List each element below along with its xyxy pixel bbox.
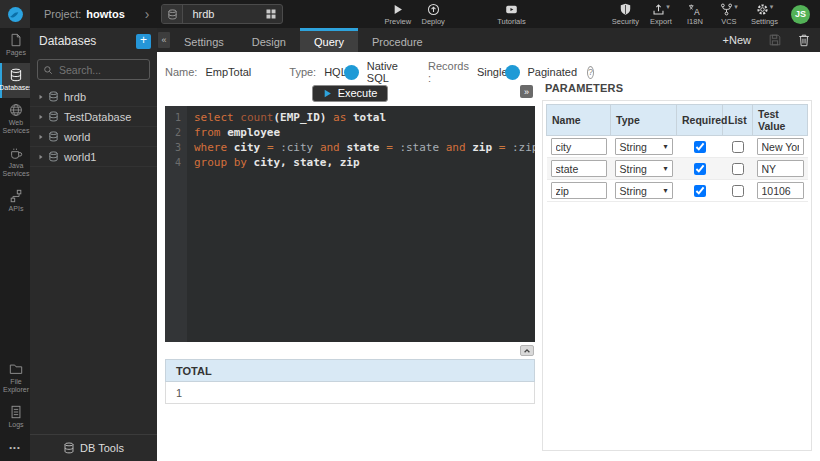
- param-row: String▾: [547, 136, 808, 158]
- params-tbody: String▾ String▾ String▾: [547, 136, 808, 202]
- param-row: String▾: [547, 158, 808, 180]
- export-button[interactable]: ▾ Export: [644, 0, 678, 28]
- code-line: 1select count(EMP_ID) as total: [165, 110, 535, 125]
- sidebar-item-databases[interactable]: Databases: [0, 63, 30, 98]
- database-icon: [48, 151, 59, 162]
- type-label: Type:: [289, 66, 316, 78]
- parameters-title: PARAMETERS: [545, 82, 812, 94]
- param-required-checkbox[interactable]: [694, 185, 706, 197]
- topbar-right-actions: Security ▾ Export A I18N ▾ VCS ▾ Setting…: [607, 0, 783, 28]
- tab-procedure[interactable]: Procedure: [358, 28, 437, 52]
- preview-button[interactable]: Preview: [379, 0, 416, 28]
- folder-icon: [9, 362, 23, 378]
- param-test-value-input[interactable]: [757, 182, 804, 199]
- query-name-value: EmpTotal: [205, 66, 251, 78]
- parameters-panel: PARAMETERS Name Type Required List Test: [542, 52, 812, 461]
- param-name-input[interactable]: [551, 138, 607, 155]
- nav-rail: Pages Databases Web Services Java Servic…: [0, 28, 30, 461]
- save-icon[interactable]: [767, 33, 782, 48]
- database-icon: [162, 5, 183, 23]
- security-button[interactable]: Security: [607, 0, 644, 28]
- param-test-value-input[interactable]: [757, 138, 804, 155]
- param-name-input[interactable]: [551, 182, 607, 199]
- tab-settings[interactable]: Settings: [170, 28, 238, 52]
- gear-icon: [756, 3, 769, 16]
- param-list-checkbox[interactable]: [732, 163, 744, 175]
- param-type-select[interactable]: String▾: [615, 182, 673, 199]
- play-icon: [391, 3, 404, 16]
- database-tree-item-world1[interactable]: world1: [30, 147, 157, 167]
- tab-design[interactable]: Design: [238, 28, 300, 52]
- logs-icon: [9, 405, 23, 421]
- databases-panel: Databases + hrdb TestDatabase world worl…: [30, 28, 157, 461]
- param-required-checkbox[interactable]: [694, 163, 706, 175]
- deploy-button[interactable]: Deploy: [416, 0, 450, 28]
- new-query-button[interactable]: +New: [723, 34, 751, 46]
- tutorials-button[interactable]: Tutorials: [492, 0, 530, 28]
- param-list-checkbox[interactable]: [732, 185, 744, 197]
- database-icon: [48, 111, 59, 122]
- shield-icon: [619, 3, 632, 16]
- sidebar-item-logs[interactable]: Logs: [0, 400, 30, 435]
- results-cell: 1: [166, 382, 535, 404]
- search-icon: [43, 65, 57, 75]
- param-name-input[interactable]: [551, 160, 607, 177]
- database-selector[interactable]: hrdb: [161, 4, 283, 24]
- user-avatar[interactable]: JS: [791, 5, 810, 24]
- expand-caret-icon[interactable]: [38, 154, 48, 160]
- delete-icon[interactable]: [796, 33, 811, 48]
- select-arrow-icon: ▾: [663, 164, 667, 173]
- param-type-select[interactable]: String▾: [615, 160, 673, 177]
- records-option-single[interactable]: Single: [477, 66, 508, 78]
- i18n-button[interactable]: A I18N: [678, 0, 712, 28]
- globe-icon: [9, 103, 23, 119]
- expand-caret-icon[interactable]: [38, 114, 48, 120]
- vcs-button[interactable]: ▾ VCS: [712, 0, 746, 28]
- database-tree-item-hrdb[interactable]: hrdb: [30, 87, 157, 107]
- expand-caret-icon[interactable]: [38, 134, 48, 140]
- results-collapse-button[interactable]: [520, 345, 534, 356]
- java-icon: [9, 146, 23, 162]
- results-table: TOTAL 1: [165, 359, 535, 404]
- tab-query[interactable]: Query: [300, 28, 358, 52]
- sidebar-item-pages[interactable]: Pages: [0, 28, 30, 63]
- play-icon: [323, 89, 332, 98]
- param-list-checkbox[interactable]: [732, 141, 744, 153]
- sidebar-item-web-services[interactable]: Web Services: [0, 98, 30, 141]
- param-required-checkbox[interactable]: [694, 141, 706, 153]
- param-col-required: Required: [677, 105, 723, 136]
- db-tools-icon: [63, 442, 80, 454]
- project-name: howtos: [86, 8, 125, 20]
- database-tree-item-world[interactable]: world: [30, 127, 157, 147]
- param-test-value-input[interactable]: [757, 160, 804, 177]
- database-search-input[interactable]: [57, 63, 144, 77]
- sql-editor[interactable]: 1select count(EMP_ID) as total2from empl…: [165, 106, 535, 342]
- database-search: [37, 59, 150, 80]
- expand-caret-icon[interactable]: [38, 94, 48, 100]
- database-icon: [48, 91, 59, 102]
- select-arrow-icon: ▾: [663, 186, 667, 195]
- type-option-native-sql[interactable]: Native SQL: [367, 60, 398, 84]
- execute-button[interactable]: Execute: [312, 85, 389, 102]
- params-collapse-button[interactable]: »: [520, 85, 533, 98]
- sidebar-item-apis[interactable]: APIs: [0, 184, 30, 219]
- app-logo[interactable]: [0, 0, 30, 28]
- tabs: SettingsDesignQueryProcedure: [170, 28, 437, 52]
- sidebar-item-java-services[interactable]: Java Services: [0, 141, 30, 184]
- db-tools-button[interactable]: DB Tools: [30, 434, 157, 461]
- tutorials-icon: [505, 3, 518, 16]
- param-type-select[interactable]: String▾: [615, 138, 673, 155]
- database-icon: [48, 131, 59, 142]
- api-icon: [9, 189, 23, 205]
- grid-view-icon[interactable]: [260, 8, 282, 20]
- sidebar-item-file-explorer[interactable]: File Explorer: [0, 357, 30, 400]
- nav-overflow-button[interactable]: •••: [0, 435, 30, 461]
- panel-collapse-button[interactable]: «: [158, 32, 170, 48]
- deploy-icon: [427, 3, 440, 16]
- settings-button[interactable]: ▾ Settings: [746, 0, 783, 28]
- code-lines: 1select count(EMP_ID) as total2from empl…: [165, 110, 535, 170]
- export-icon: [652, 3, 665, 16]
- database-tree-item-testdatabase[interactable]: TestDatabase: [30, 107, 157, 127]
- add-database-button[interactable]: +: [136, 34, 151, 49]
- topbar: Project: howtos › hrdb Preview Deploy Tu…: [0, 0, 820, 28]
